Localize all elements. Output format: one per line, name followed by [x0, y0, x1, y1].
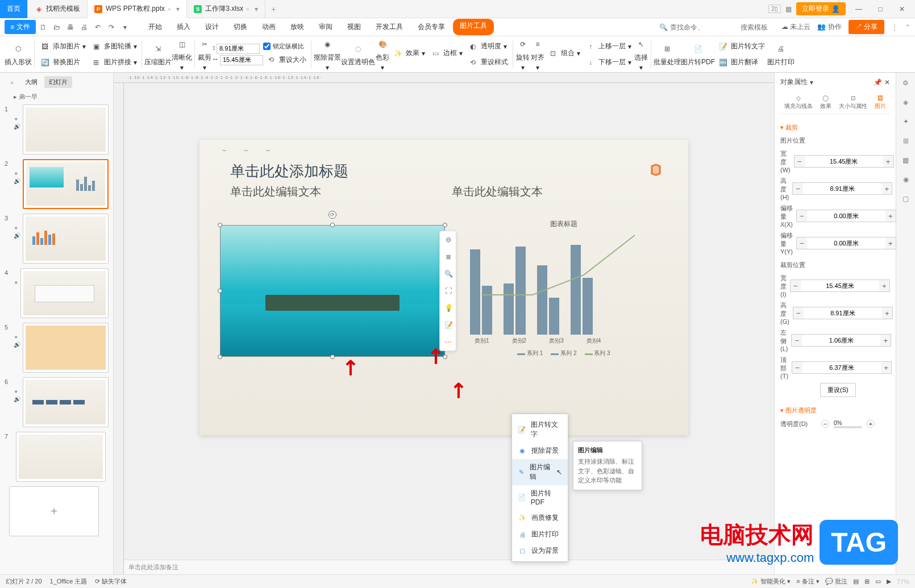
float-ocr[interactable]: 📝: [440, 316, 457, 333]
dropdown-icon[interactable]: ▾: [119, 21, 131, 34]
float-layers[interactable]: ≣: [440, 248, 457, 265]
select[interactable]: ↖选择 ▾: [634, 37, 648, 72]
dec-button[interactable]: −: [793, 183, 803, 194]
crop-section[interactable]: ▾ 裁剪: [780, 123, 890, 132]
print[interactable]: 🖨图片打印: [767, 41, 795, 67]
menu-tab-view[interactable]: 视图: [340, 19, 368, 35]
print-icon[interactable]: 🖨: [78, 21, 90, 34]
to-text[interactable]: 📝图片转文字: [715, 40, 767, 53]
offx-input[interactable]: [807, 212, 885, 219]
rail-help-icon[interactable]: ◉: [900, 174, 912, 185]
thumb-3[interactable]: [23, 214, 109, 264]
inc-button[interactable]: +: [881, 362, 891, 373]
thumb-4[interactable]: [20, 268, 109, 318]
group[interactable]: ⊡组合 ▾: [545, 47, 583, 60]
batch[interactable]: ⊞批量处理: [654, 41, 681, 67]
thumb-2[interactable]: [23, 159, 109, 209]
replace-image[interactable]: 🔄替换图片: [37, 56, 88, 69]
missing-font[interactable]: ⟳ 缺失字体: [95, 577, 127, 586]
opacity[interactable]: ◐透明度 ▾: [465, 40, 510, 53]
close-icon[interactable]: ▾: [255, 5, 258, 13]
resize-handle[interactable]: [330, 223, 335, 227]
float-idea[interactable]: 💡: [440, 299, 457, 316]
dec-button[interactable]: −: [793, 307, 804, 319]
search-template-input[interactable]: [741, 23, 775, 31]
rail-settings-icon[interactable]: ⚙: [900, 77, 912, 89]
file-menu[interactable]: ≡ 文件: [5, 20, 36, 34]
height-input[interactable]: [217, 44, 260, 54]
slides-tab[interactable]: 幻灯片: [44, 76, 72, 88]
ctx-edit[interactable]: ✎图片编辑↖: [512, 459, 568, 485]
close-panel-icon[interactable]: ✕: [884, 78, 890, 86]
add-image[interactable]: 🖼添加图片 ▾: [37, 40, 88, 53]
dec-opacity[interactable]: −: [821, 420, 829, 428]
rail-layout-icon[interactable]: ⊞: [900, 135, 912, 147]
opacity-slider[interactable]: [834, 426, 862, 428]
coop-button[interactable]: 👥 协作: [817, 22, 841, 32]
outline-tab[interactable]: 大纲: [20, 76, 42, 88]
ctx-pdf[interactable]: 📄图片转PDF: [512, 485, 568, 510]
up-layer[interactable]: ↑上移一层 ▾: [583, 40, 634, 53]
float-zoom-out[interactable]: ⊖: [440, 231, 457, 248]
maximize-button[interactable]: □: [872, 1, 889, 18]
rail-more-icon[interactable]: ▢: [900, 193, 912, 205]
add-slide[interactable]: +: [9, 486, 99, 536]
reset-size[interactable]: ⟲重设大小: [263, 53, 309, 66]
collapse-ribbon-icon[interactable]: ⌃: [905, 23, 910, 31]
prop-tab-fill[interactable]: ◇填充与线条: [784, 95, 813, 110]
menu-tab-picture-tools[interactable]: 图片工具: [453, 19, 494, 35]
view-reading-icon[interactable]: ▭: [875, 578, 881, 585]
pin-icon[interactable]: 📌: [874, 78, 882, 86]
cloud-button[interactable]: ☁ 未上云: [781, 22, 810, 32]
inc-opacity[interactable]: +: [867, 420, 875, 428]
collapse-panel-icon[interactable]: «: [6, 77, 18, 87]
tab-menu-icon[interactable]: ▫: [247, 5, 249, 13]
insert-shape[interactable]: ⬡插入形状: [5, 41, 32, 67]
rail-template-icon[interactable]: ▦: [900, 155, 912, 166]
menu-tab-transition[interactable]: 切换: [227, 19, 254, 35]
thumb-1[interactable]: [23, 105, 109, 155]
slide-canvas[interactable]: ~ ~ ~ 单击此处添加标题 单击此处编辑文本 单击此处编辑文本 ⟳: [199, 140, 688, 435]
resize-handle[interactable]: [218, 289, 222, 293]
border[interactable]: ▭边框 ▾: [427, 47, 465, 60]
prop-tab-picture[interactable]: 🖼图片: [875, 95, 886, 110]
set-transparent[interactable]: ◌设置透明色: [341, 41, 375, 67]
selected-image[interactable]: ⟳: [220, 225, 445, 357]
inc-button[interactable]: +: [880, 335, 891, 346]
template-tab[interactable]: ◈ 找稻壳模板: [28, 0, 88, 18]
comments-button[interactable]: 💬 批注: [825, 577, 847, 586]
notes-bar[interactable]: ≡ 单击此处添加备注: [114, 560, 774, 574]
ctx-ocr[interactable]: 📝图片转文字: [512, 416, 568, 443]
dec-button[interactable]: −: [795, 156, 805, 167]
home-tab[interactable]: 首页: [0, 0, 28, 18]
menu-tab-review[interactable]: 审阅: [312, 19, 339, 35]
remove-bg[interactable]: ◉抠除背景 ▾: [314, 37, 341, 72]
close-icon[interactable]: ▾: [176, 5, 180, 13]
clarity[interactable]: ◫清晰化 ▾: [172, 37, 192, 72]
xlsx-tab[interactable]: S 工作簿3.xlsx ▫ ▾: [187, 0, 265, 18]
inc-button[interactable]: +: [881, 183, 892, 194]
menu-tab-member[interactable]: 会员专享: [411, 19, 452, 35]
inc-button[interactable]: +: [885, 237, 896, 249]
reset-style[interactable]: ⟲重设样式: [465, 56, 510, 69]
view-sorter-icon[interactable]: ⊞: [864, 578, 870, 585]
app-icon-2[interactable]: ▦: [785, 5, 792, 13]
menu-tab-dev[interactable]: 开发工具: [369, 19, 410, 35]
offy-input[interactable]: [807, 240, 885, 247]
inc-button[interactable]: +: [882, 307, 892, 319]
close-button[interactable]: ✕: [893, 1, 910, 18]
beautify-button[interactable]: ✨ 智能美化 ▾: [751, 577, 791, 586]
rail-animation-icon[interactable]: ✦: [900, 116, 912, 127]
dec-button[interactable]: −: [797, 210, 807, 222]
color[interactable]: 🎨色彩 ▾: [375, 37, 390, 72]
slide-subtitle-2[interactable]: 单击此处编辑文本: [452, 184, 543, 199]
menu-tab-slideshow[interactable]: 放映: [284, 19, 311, 35]
dropdown-icon[interactable]: ▾: [810, 78, 813, 86]
float-zoom[interactable]: 🔍: [440, 265, 457, 282]
top-input[interactable]: [802, 364, 881, 371]
resize-handle[interactable]: [218, 223, 222, 227]
rotate[interactable]: ⟳旋转 ▾: [515, 37, 530, 72]
float-crop[interactable]: ⛶: [440, 282, 457, 299]
to-pdf[interactable]: 📄图片转PDF: [681, 41, 715, 67]
dec-button[interactable]: −: [797, 237, 807, 249]
